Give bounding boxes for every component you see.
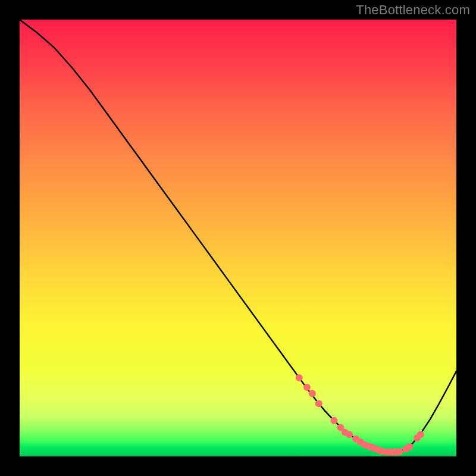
- highlight-dot: [296, 374, 303, 381]
- highlight-dot: [309, 390, 316, 397]
- highlight-dot: [315, 400, 322, 407]
- highlight-dot: [406, 443, 413, 450]
- highlight-dot: [396, 448, 403, 455]
- highlight-dot: [303, 384, 311, 391]
- plot-area: [20, 20, 456, 456]
- highlight-dots: [296, 374, 424, 456]
- bottleneck-curve: [20, 20, 456, 452]
- chart-frame: TheBottleneck.com: [0, 0, 476, 476]
- watermark-text: TheBottleneck.com: [356, 2, 470, 18]
- highlight-dot: [417, 431, 424, 438]
- highlight-dot: [346, 431, 353, 438]
- highlight-dot: [330, 417, 337, 424]
- chart-svg: [20, 20, 456, 456]
